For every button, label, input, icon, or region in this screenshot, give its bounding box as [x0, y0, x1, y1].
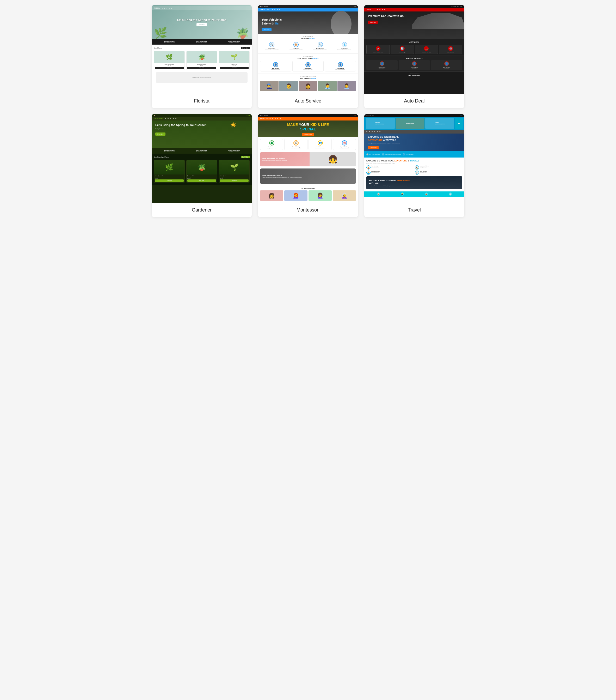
list-item[interactable]: 🌱 Rubber Plant Greenery Pot $12.99 BUY N… — [219, 160, 249, 183]
travel-features: ⛺ Tent Camping Lorem ipsum dolor sit 🥾 A… — [367, 165, 462, 175]
product-info: Monstera Deliciosa Greenery Pot $19.99 B… — [187, 174, 217, 183]
gardener-hero: 🏠 ■ ■ ■ GREEN HOUSE ☀️ Let's Bring the S… — [152, 114, 252, 148]
card-gardener[interactable]: 🏠 ■ ■ ■ GREEN HOUSE ☀️ Let's Bring the S… — [152, 114, 252, 217]
nav-dot — [374, 131, 375, 132]
autodeal-nav: AUTO SHOP — [364, 8, 464, 12]
list-item: 🔧 Parts Repairing Lorem ipsum dolor sit … — [309, 41, 332, 51]
autoservice-testimonials-title: TESTIMONIALS Few Words from Clients — [260, 56, 356, 59]
montessori-logo: MONTESSORI — [260, 118, 270, 120]
avatar: 👤 — [338, 62, 343, 67]
nav-dot — [173, 118, 174, 119]
buy-button[interactable]: BUY NOW — [187, 179, 216, 182]
buy-button[interactable]: BUY NOW — [155, 67, 184, 69]
product-info: Rubber Plant $12.99 BUY NOW — [219, 63, 249, 70]
product-info: Swiss Cheese Plant Greenery Pot $15.99 B… — [154, 174, 184, 183]
ad-banner-1: BANNERADVERTISEMENT 1 — [366, 118, 395, 129]
autoservice-team: TEAM MEMBERS REALLY Our Service Team 👨‍🔧… — [258, 74, 358, 93]
nav-dot — [272, 9, 273, 10]
location-icon: 📍 — [382, 153, 384, 155]
list-item[interactable]: 🌿 Swiss Cheese Plant Greenery Pot $15.99… — [154, 160, 185, 183]
buy-button[interactable]: BUY NOW — [220, 179, 248, 182]
gardener-hero-btn[interactable]: Shop Now — [155, 133, 166, 136]
travel-read-btn[interactable]: Read More — [368, 146, 378, 149]
service-icon-repair: 🔧 — [318, 42, 323, 47]
travel-preview: August 23, 2021 f t p BANNERADVERTISEMEN… — [364, 114, 464, 203]
autodeal-nav-top: August 25, 2021 f t p — [364, 5, 464, 8]
florista-hero-btn[interactable]: Shop Now — [196, 23, 207, 26]
card-label-florista: Florista — [152, 94, 252, 108]
florista-stat-3: Outstanding Plants From Idea to your doo… — [218, 40, 249, 43]
montessori-special2: Make your kid's life special Lorem ipsum… — [260, 168, 356, 184]
list-item: 🚗 Brand New Car Sell — [367, 45, 390, 54]
list-item[interactable]: 🪴 Monstera Deliciosa Greenery Pot $19.99… — [186, 160, 217, 183]
montessori-hero-btn[interactable]: Explore More — [302, 133, 314, 136]
plant-decoration-left: 🌿 — [154, 27, 167, 39]
gardener-shop-btn[interactable]: BUY NOW — [241, 156, 249, 158]
montessori-special-section: Make your kid's life special Lorem ipsum… — [260, 152, 356, 166]
florista-nav: FLORISSA — [152, 6, 252, 10]
card-florista[interactable]: FLORISSA 🌿 🪴 Let's Bring the Spring to Y… — [152, 5, 252, 108]
card-montessori[interactable]: August 23, 2021 f t p MONTESSORI MAKE YO… — [258, 114, 358, 217]
home-icon: 🏠 — [367, 153, 369, 155]
florista-shop-btn[interactable]: Shop Now — [241, 47, 249, 49]
plant-decoration-right: 🪴 — [236, 27, 249, 39]
nav-dot — [367, 131, 368, 132]
autodeal-hero: August 25, 2021 f t p AUTO SHOP Premium … — [364, 5, 464, 39]
gardener-preview: 🏠 ■ ■ ■ GREEN HOUSE ☀️ Let's Bring the S… — [152, 114, 252, 203]
special-left: Make your kid's life special Lorem ipsum… — [260, 152, 310, 166]
montessori-preview: August 23, 2021 f t p MONTESSORI MAKE YO… — [258, 114, 358, 203]
autoservice-nav-top: August 23, 2021 f t p — [258, 5, 358, 8]
card-travel[interactable]: August 23, 2021 f t p BANNERADVERTISEMEN… — [364, 114, 464, 217]
card-label-travel: Travel — [364, 203, 464, 217]
buy-button[interactable]: BUY NOW — [155, 179, 184, 182]
buy-button[interactable]: BUY NOW — [220, 67, 248, 69]
service-icon-painting: 🎨 — [293, 42, 299, 47]
travel-bottom-bar: 🏠 📸 ⛺ 🏔️ — [364, 191, 464, 197]
card-autoservice[interactable]: August 23, 2021 f t p CAR SERVICE Your V… — [258, 5, 358, 108]
list-item: ⚙️ Car Parts Sell — [439, 45, 462, 54]
product-image: 🌱 — [219, 160, 249, 174]
buy-button[interactable]: BUY NOW — [187, 67, 216, 69]
florista-preview: FLORISSA 🌿 🪴 Let's Bring the Spring to Y… — [152, 5, 252, 94]
autoservice-services-list: 🔍 Car Inspection Lorem ipsum dolor sit a… — [260, 41, 356, 51]
nav-dot — [275, 118, 276, 119]
team-photo: 👩‍💼 — [337, 81, 356, 91]
montessori-nav-top: August 23, 2021 f t p — [258, 114, 358, 117]
product-image: 🪴 — [187, 51, 217, 63]
autodeal-hero-btn[interactable]: Start Now — [368, 21, 378, 24]
feature-icon-fishing: 🚣 — [367, 171, 371, 175]
card-autodeal[interactable]: August 25, 2021 f t p AUTO SHOP Premium … — [364, 5, 464, 108]
gardener-product-row: 🌿 Swiss Cheese Plant Greenery Pot $15.99… — [154, 160, 249, 183]
florista-stat-1: Excellent Quality From Idea to your door — [154, 40, 185, 43]
user-icon: 👤 — [403, 153, 405, 155]
list-item: 🧠 Logical Thinking Lorem ipsum dolor sit… — [333, 139, 356, 150]
list-item: 👩‍🦰 — [284, 190, 307, 201]
team-photo: 👨 — [279, 81, 298, 91]
service-icon-inspection: 🔍 — [269, 42, 274, 47]
social-icons: f t p — [460, 115, 462, 116]
travel-hero-content: EXPLORE GO WILDS REAL ADVENTURE & TRAVEL… — [364, 134, 464, 151]
montessori-hero-title: MAKE YOUR KID'S LIFE SPECIAL — [261, 123, 355, 132]
product-image: 🪴 — [187, 160, 217, 174]
autodeal-hero-title: Premium Car Deal with Us — [368, 14, 461, 18]
special-right: 👧 — [310, 152, 356, 166]
nav-dot — [164, 8, 165, 9]
adventure-title: WE CAN'T WAIT TO SHARE ADVENTUREWITH YOU — [369, 179, 460, 185]
autoservice-hero-btn[interactable]: Start Now — [261, 28, 271, 31]
travel-info-location: 📍 Lorem adipiscing dolor consectetur — [382, 153, 401, 155]
autoservice-hero-content: Your Vehicle isSafe with Us Start Now — [258, 15, 358, 34]
list-item[interactable]: 🪴 Monstera Deliciosa $19.99 BUY NOW — [186, 51, 217, 70]
list-item: 🥾 Adventure Hiking Lorem ipsum dolor sit — [415, 165, 462, 170]
montessori-hero-content: MAKE YOUR KID'S LIFE SPECIAL Explore Mor… — [258, 121, 358, 137]
nav-dot — [274, 9, 275, 10]
team-photo: 👨‍💼 — [318, 81, 337, 91]
product-info: Swiss Cheese Plant $15.99 BUY NOW — [154, 63, 184, 70]
nav-dot — [277, 118, 278, 119]
gardener-logo: GREEN HOUSE — [154, 118, 163, 120]
list-item[interactable]: 🌱 Rubber Plant $12.99 BUY NOW — [219, 51, 249, 70]
card-label-gardener: Gardener — [152, 203, 252, 217]
autoservice-hero-title: Your Vehicle isSafe with Us — [261, 18, 355, 25]
list-item[interactable]: 🌿 Swiss Cheese Plant $15.99 BUY NOW — [154, 51, 185, 70]
testimonials-list: 👤 Alex Simpson Lorem ipsum dolor sit ame… — [260, 61, 356, 72]
social-icons: ■ ■ ■ — [246, 115, 249, 116]
